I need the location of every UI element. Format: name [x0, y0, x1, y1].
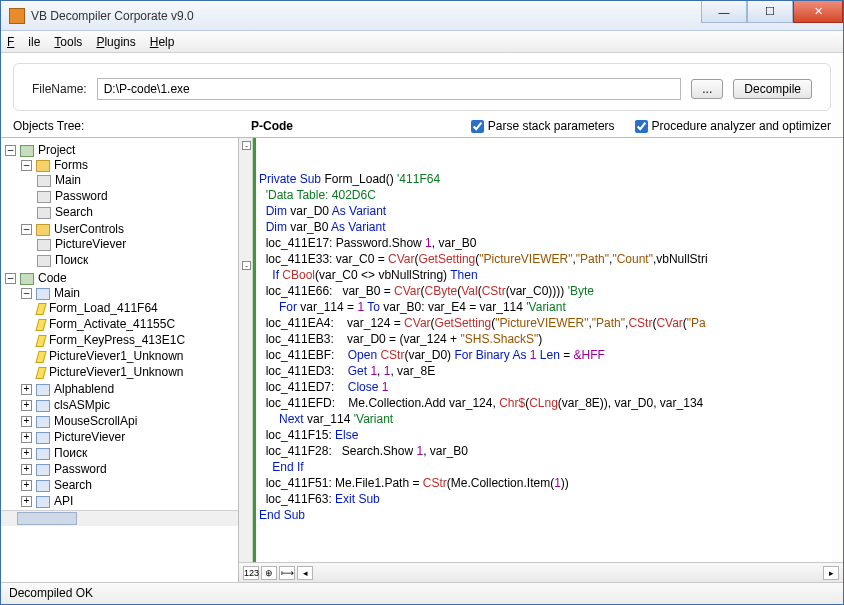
app-icon: [9, 8, 25, 24]
module-icon: [36, 400, 50, 412]
bolt-icon: [35, 319, 46, 331]
form-icon: [37, 207, 51, 219]
tree-proc[interactable]: PictureViever1_Unknown: [37, 364, 238, 380]
maximize-button[interactable]: ☐: [747, 1, 793, 23]
menu-help[interactable]: Help: [150, 35, 175, 49]
bolt-icon: [35, 303, 46, 315]
code-icon: [20, 273, 34, 285]
app-window: VB Decompiler Corporate v9.0 — ☐ ✕ File …: [0, 0, 844, 605]
tree-mod-password[interactable]: +Password: [21, 461, 238, 477]
module-icon: [36, 384, 50, 396]
browse-button[interactable]: ...: [691, 79, 723, 99]
labels-row: Objects Tree: P-Code Parse stack paramet…: [1, 117, 843, 137]
tree-mod-alphablend[interactable]: +Alphablend: [21, 381, 238, 397]
tree-mod-api[interactable]: +API: [21, 493, 238, 509]
file-row: FileName: ... Decompile: [13, 63, 831, 111]
module-icon: [36, 496, 50, 508]
tree-proc[interactable]: Form_KeyPress_413E1C: [37, 332, 238, 348]
codebar-btn[interactable]: ⊕: [261, 566, 277, 580]
menu-tools[interactable]: Tools: [54, 35, 82, 49]
tree-main[interactable]: –Main Form_Load_411F64 Form_Activate_411…: [21, 285, 238, 381]
module-icon: [36, 432, 50, 444]
bolt-icon: [35, 335, 46, 347]
tree-code[interactable]: –Code –Main Form_Load_411F64 Form_Activa…: [5, 270, 238, 510]
tree-form-password[interactable]: Password: [37, 188, 238, 204]
proc-checkbox[interactable]: Procedure analyzer and optimizer: [635, 119, 831, 133]
module-icon: [36, 464, 50, 476]
tree-usercontrols[interactable]: –UserControls PictureViever Поиск: [21, 221, 238, 269]
module-icon: [36, 448, 50, 460]
codebar-btn[interactable]: 123: [243, 566, 259, 580]
tree-form-search[interactable]: Search: [37, 204, 238, 220]
folder-icon: [36, 160, 50, 172]
code-view[interactable]: - - Private Sub Form_Load() '411F64 'Dat…: [239, 138, 843, 562]
tree-mod-pictureviever[interactable]: +PictureViever: [21, 429, 238, 445]
objects-tree[interactable]: –Project –Forms Main Password Search –Us…: [1, 138, 239, 582]
tree-proc[interactable]: Form_Load_411F64: [37, 300, 238, 316]
code-toolbar: 123 ⊕ ⟼ ◂ ▸: [239, 562, 843, 582]
module-icon: [36, 416, 50, 428]
project-icon: [20, 145, 34, 157]
code-gutter: - -: [239, 138, 253, 562]
content: –Project –Forms Main Password Search –Us…: [1, 137, 843, 582]
status-bar: Decompiled OK: [1, 582, 843, 604]
objects-tree-label: Objects Tree:: [13, 119, 251, 133]
form-icon: [37, 175, 51, 187]
tree-proc[interactable]: Form_Activate_41155C: [37, 316, 238, 332]
filename-input[interactable]: [97, 78, 682, 100]
window-title: VB Decompiler Corporate v9.0: [31, 9, 701, 23]
close-button[interactable]: ✕: [793, 1, 843, 23]
tree-forms[interactable]: –Forms Main Password Search: [21, 157, 238, 221]
tree-mod-clsasmpic[interactable]: +clsASMpic: [21, 397, 238, 413]
minimize-button[interactable]: —: [701, 1, 747, 23]
menu-file[interactable]: File: [7, 35, 40, 49]
fold-icon[interactable]: -: [242, 261, 251, 270]
decompile-button[interactable]: Decompile: [733, 79, 812, 99]
bolt-icon: [35, 351, 46, 363]
code-panel: - - Private Sub Form_Load() '411F64 'Dat…: [239, 138, 843, 582]
form-icon: [37, 191, 51, 203]
tree-mod-poisk[interactable]: +Поиск: [21, 445, 238, 461]
parse-checkbox[interactable]: Parse stack parameters: [471, 119, 615, 133]
pcode-label: P-Code: [251, 119, 411, 133]
bolt-icon: [35, 367, 46, 379]
folder-icon: [36, 224, 50, 236]
tree-form-main[interactable]: Main: [37, 172, 238, 188]
tree-uc-pictureviever[interactable]: PictureViever: [37, 236, 238, 252]
menubar: File Tools Plugins Help: [1, 31, 843, 53]
module-icon: [36, 288, 50, 300]
tree-uc-poisk[interactable]: Поиск: [37, 252, 238, 268]
codebar-btn[interactable]: ⟼: [279, 566, 295, 580]
form-icon: [37, 255, 51, 267]
tree-mod-search[interactable]: +Search: [21, 477, 238, 493]
tree-proc[interactable]: PictureViever1_Unknown: [37, 348, 238, 364]
filename-label: FileName:: [32, 82, 87, 96]
tree-mod-mousescroll[interactable]: +MouseScrollApi: [21, 413, 238, 429]
tree-project[interactable]: –Project –Forms Main Password Search –Us…: [5, 142, 238, 270]
tree-hscroll[interactable]: [1, 510, 238, 526]
window-buttons: — ☐ ✕: [701, 1, 843, 30]
codebar-btn[interactable]: ◂: [297, 566, 313, 580]
form-icon: [37, 239, 51, 251]
codebar-btn[interactable]: ▸: [823, 566, 839, 580]
menu-plugins[interactable]: Plugins: [96, 35, 135, 49]
proc-checkbox-input[interactable]: [635, 120, 648, 133]
titlebar: VB Decompiler Corporate v9.0 — ☐ ✕: [1, 1, 843, 31]
fold-icon[interactable]: -: [242, 141, 251, 150]
module-icon: [36, 480, 50, 492]
parse-checkbox-input[interactable]: [471, 120, 484, 133]
